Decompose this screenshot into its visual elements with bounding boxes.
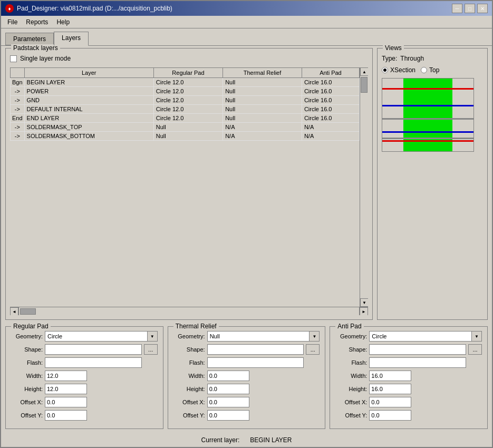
thermal-offset-x-input[interactable] xyxy=(207,397,249,407)
offset-y-label: Offset Y: xyxy=(11,412,43,418)
type-row: Type: Through xyxy=(382,55,483,62)
width-input[interactable] xyxy=(45,371,87,381)
close-button[interactable]: ✕ xyxy=(477,4,488,13)
h-scroll-thumb xyxy=(20,308,36,315)
anti-width-input[interactable] xyxy=(369,371,411,381)
thermal-offset-y-label: Offset Y: xyxy=(173,412,205,418)
regular-1: Circle 12.0 xyxy=(153,87,223,96)
bottom-section: Regular Pad Geometry: Circle ▼ Shape: ..… xyxy=(1,324,492,433)
thermal-shape-input[interactable] xyxy=(207,344,304,355)
layer-name-0: BEGIN LAYER xyxy=(24,78,153,87)
table-row[interactable]: -> SOLDERMASK_TOP Null N/A N/A xyxy=(11,123,360,132)
layer-name-1: POWER xyxy=(24,87,153,96)
thermal-height-input[interactable] xyxy=(207,384,249,394)
table-row[interactable]: -> GND Circle 12.0 Null Circle 16.0 xyxy=(11,96,360,105)
anti-geometry-label: Geometry: xyxy=(335,333,367,339)
thermal-shape-ellipsis-btn[interactable]: ... xyxy=(306,344,320,355)
height-row: Height: xyxy=(11,384,158,394)
current-layer-label: Current layer: xyxy=(201,436,240,444)
xs-line-blue2 xyxy=(382,131,473,133)
anti-offset-y-label: Offset Y: xyxy=(335,412,367,418)
flash-input[interactable] xyxy=(45,357,142,368)
maximize-button[interactable]: □ xyxy=(465,4,475,13)
single-layer-row: Single layer mode xyxy=(10,55,368,62)
layer-name-4: END LAYER xyxy=(24,114,153,123)
radio-top[interactable]: Top xyxy=(421,66,439,74)
xs-line-red2 xyxy=(382,140,473,142)
shape-ellipsis-btn[interactable]: ... xyxy=(144,344,158,355)
scroll-track xyxy=(360,76,368,298)
anti-shape-input[interactable] xyxy=(369,344,466,355)
anti-width-row: Width: xyxy=(335,371,482,381)
row-label-6: -> xyxy=(11,132,25,141)
regular-3: Circle 12.0 xyxy=(153,105,223,114)
anti-height-input[interactable] xyxy=(369,384,411,394)
table-row[interactable]: Bgn BEGIN LAYER Circle 12.0 Null Circle … xyxy=(11,78,360,87)
anti-offset-x-label: Offset X: xyxy=(335,399,367,405)
scroll-left-btn[interactable]: ◄ xyxy=(10,307,18,315)
anti-offset-x-input[interactable] xyxy=(369,397,411,407)
horizontal-scrollbar[interactable]: ◄ ► xyxy=(10,307,368,315)
anti-height-label: Height: xyxy=(335,386,367,392)
scroll-up-btn[interactable]: ▲ xyxy=(360,67,368,76)
offset-x-input[interactable] xyxy=(45,397,87,407)
thermal-height-row: Height: xyxy=(173,384,320,394)
geometry-dropdown[interactable]: Circle xyxy=(45,331,158,342)
menu-help[interactable]: Help xyxy=(52,17,74,27)
layers-table-wrapper: Layer Regular Pad Thermal Relief Anti Pa… xyxy=(10,67,368,315)
anti-geometry-dropdown[interactable]: Circle xyxy=(369,331,482,342)
radio-xsection-indicator xyxy=(382,67,388,73)
window-title: Pad_Designer: via0812mil.pad (D:.../acqu… xyxy=(17,5,172,12)
regular-6: Null xyxy=(153,132,223,141)
single-layer-checkbox[interactable] xyxy=(10,55,17,62)
width-label: Width: xyxy=(11,373,43,379)
anti-flash-input[interactable] xyxy=(369,357,466,368)
height-input[interactable] xyxy=(45,384,87,394)
tab-layers[interactable]: Layers xyxy=(54,32,89,46)
thermal-flash-input[interactable] xyxy=(207,357,304,368)
table-row[interactable]: -> DEFAULT INTERNAL Circle 12.0 Null Cir… xyxy=(11,105,360,114)
table-row[interactable]: -> SOLDERMASK_BOTTOM Null N/A N/A xyxy=(11,132,360,141)
thermal-3: Null xyxy=(223,105,302,114)
vertical-scrollbar[interactable]: ▲ ▼ xyxy=(360,67,368,307)
tab-parameters[interactable]: Parameters xyxy=(5,33,54,45)
scroll-down-btn[interactable]: ▼ xyxy=(360,298,368,307)
scroll-right-btn[interactable]: ► xyxy=(360,307,368,315)
menu-reports[interactable]: Reports xyxy=(22,17,52,27)
radio-xsection[interactable]: XSection xyxy=(382,66,415,74)
offset-y-row: Offset Y: xyxy=(11,410,158,421)
shape-input[interactable] xyxy=(45,344,142,355)
thermal-offset-y-input[interactable] xyxy=(207,410,249,421)
offset-y-input[interactable] xyxy=(45,410,87,421)
layer-name-5: SOLDERMASK_TOP xyxy=(24,123,153,132)
thermal-flash-label: Flash: xyxy=(173,359,205,366)
thermal-width-label: Width: xyxy=(173,373,205,379)
shape-label: Shape: xyxy=(11,346,43,353)
padstack-layers-label: Padstack layers xyxy=(11,44,60,52)
offset-x-row: Offset X: xyxy=(11,397,158,407)
minimize-button[interactable]: ─ xyxy=(452,4,462,13)
regular-4: Circle 12.0 xyxy=(153,114,223,123)
thermal-geometry-label: Geometry: xyxy=(173,333,205,339)
views-panel: Views Type: Through XSection Top xyxy=(377,48,488,320)
app-icon: ♦ xyxy=(5,4,14,13)
table-row[interactable]: End END LAYER Circle 12.0 Null Circle 16… xyxy=(11,114,360,123)
xs-line-red xyxy=(382,88,473,90)
menu-file[interactable]: File xyxy=(3,17,22,27)
title-bar: ♦ Pad_Designer: via0812mil.pad (D:.../ac… xyxy=(1,1,492,16)
anti-shape-ellipsis-btn[interactable]: ... xyxy=(468,344,482,355)
anti-offset-x-row: Offset X: xyxy=(335,397,482,407)
xs-line-gray2 xyxy=(382,138,473,139)
thermal-geometry-dropdown[interactable]: Null xyxy=(207,331,320,342)
thermal-relief-label: Thermal Relief xyxy=(173,323,219,330)
layer-name-3: DEFAULT INTERNAL xyxy=(24,105,153,114)
anti-geometry-dropdown-wrap: Circle ▼ xyxy=(369,331,482,342)
layer-name-2: GND xyxy=(24,96,153,105)
thermal-width-input[interactable] xyxy=(207,371,249,381)
anti-offset-y-input[interactable] xyxy=(369,410,411,421)
table-row[interactable]: -> POWER Circle 12.0 Null Circle 16.0 xyxy=(11,87,360,96)
col-header-thermal: Thermal Relief xyxy=(223,68,302,78)
anti-width-label: Width: xyxy=(335,373,367,379)
shape-row: Shape: ... xyxy=(11,344,158,355)
row-label-0: Bgn xyxy=(11,78,25,87)
